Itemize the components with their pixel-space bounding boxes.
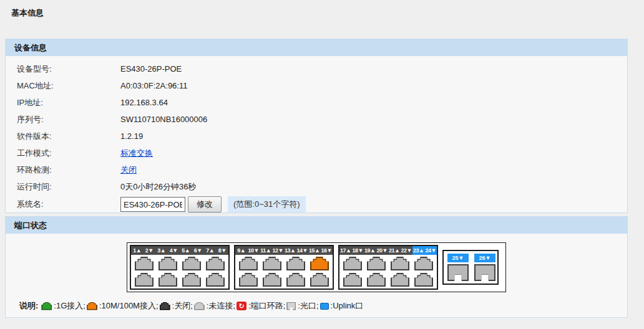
port-loop-icon: ↻ <box>237 302 246 310</box>
port-block-2: 9▲10▼11▲12▼13▲14▼15▲16▼ <box>234 245 334 290</box>
legend-text-1: :10M/100M接入; <box>99 300 159 312</box>
port-status-header: 端口状态 <box>6 217 627 234</box>
port-status-panel: 端口状态 1▲2▼3▲4▼5▲6▼7▲8▼9▲10▼11▲12▼13▲14▼15… <box>5 216 628 318</box>
port-24[interactable] <box>414 273 433 287</box>
port-19[interactable] <box>367 257 386 270</box>
port-16[interactable] <box>310 273 329 287</box>
port-25[interactable] <box>447 264 469 281</box>
100m-port-icon <box>87 302 97 310</box>
device-info-header: 设备信息 <box>6 39 627 56</box>
software-version-label: 软件版本: <box>17 131 120 142</box>
port-number-label-21: 21▲ <box>388 246 401 255</box>
modify-button[interactable]: 修改 <box>188 196 222 212</box>
port-20[interactable] <box>367 273 386 287</box>
1g-port-icon <box>41 302 52 310</box>
port-block-1: 1▲2▼3▲4▼5▲6▼7▲8▼ <box>130 245 230 290</box>
port-14[interactable] <box>286 273 305 287</box>
port-number-label-15: 15▲ <box>308 246 321 255</box>
port-17[interactable] <box>343 257 362 270</box>
legend-title: 说明: <box>19 300 38 312</box>
mac-address-label: MAC地址: <box>17 80 120 92</box>
legend-item-6: :Uplink口 <box>320 300 364 312</box>
system-name-label: 系统名: <box>17 199 120 210</box>
port-26[interactable] <box>474 264 495 281</box>
port-number-label-24: 24▼ <box>425 246 437 255</box>
legend-text-3: :未连接; <box>207 300 235 312</box>
sfp-module-26: 26▼ <box>474 254 495 281</box>
mac-address-value: A0:03:0F:2A:96:11 <box>120 81 187 90</box>
port-number-label-3: 3▲ <box>155 246 168 255</box>
sfp-box: 25▼26▼ <box>442 250 499 285</box>
legend: 说明: :1G接入;:10M/100M接入;:关闭;:未连接;↻:端口环路;:光… <box>19 300 364 312</box>
legend-item-0: :1G接入; <box>41 300 85 312</box>
port-number-label-23: 23▲ <box>412 246 425 255</box>
info-row-serial-number: 序列号:SW110710NB16000006 <box>6 111 627 128</box>
port-2[interactable] <box>135 273 154 287</box>
port-number-label-25: 25▼ <box>447 254 469 262</box>
work-mode-label: 工作模式: <box>17 148 120 159</box>
port-number-label-13: 13▲ <box>284 246 296 255</box>
info-row-software-version: 软件版本:1.2.19 <box>6 128 627 145</box>
port-13[interactable] <box>286 257 305 270</box>
port-block-2-grid <box>235 255 333 287</box>
port-block-1-grid <box>131 255 228 287</box>
work-mode-link[interactable]: 标准交换 <box>120 148 153 159</box>
port-number-label-20: 20▼ <box>376 246 389 255</box>
port-15[interactable] <box>310 257 329 270</box>
port-panel: 1▲2▼3▲4▼5▲6▼7▲8▼9▲10▼11▲12▼13▲14▼15▲16▼1… <box>127 242 506 292</box>
port-12[interactable] <box>263 273 281 287</box>
unconnected-port-icon <box>194 302 205 310</box>
ip-address-label: IP地址: <box>17 97 120 108</box>
loop-detect-label: 环路检测: <box>17 164 120 176</box>
port-block-3-header: 17▲18▼19▲20▼21▲22▼23▲24▼ <box>339 246 437 255</box>
legend-text-5: :光口; <box>298 300 318 312</box>
device-info-rows: 设备型号:ES430-26P-POEMAC地址:A0:03:0F:2A:96:1… <box>6 56 627 195</box>
port-number-label-14: 14▼ <box>296 246 309 255</box>
port-number-label-16: 16▼ <box>321 246 333 255</box>
uptime-value: 0天0小时26分钟36秒 <box>120 181 196 193</box>
port-number-label-10: 10▼ <box>248 246 260 255</box>
port-8[interactable] <box>206 273 225 287</box>
legend-item-1: :10M/100M接入; <box>87 300 159 312</box>
port-number-label-19: 19▲ <box>364 246 376 255</box>
system-name-row: 系统名: 修改 (范围:0~31个字符) <box>6 195 627 214</box>
legend-text-2: :关闭; <box>172 300 193 312</box>
closed-port-icon <box>160 302 170 310</box>
port-block-2-header: 9▲10▼11▲12▼13▲14▼15▲16▼ <box>235 246 333 255</box>
sfp-module-25: 25▼ <box>447 254 469 281</box>
serial-number-label: 序列号: <box>17 114 120 125</box>
serial-number-value: SW110710NB16000006 <box>120 115 207 124</box>
port-4[interactable] <box>159 273 177 287</box>
port-number-label-8: 8▼ <box>217 246 229 255</box>
port-10[interactable] <box>239 273 258 287</box>
device-info-panel: 设备信息 设备型号:ES430-26P-POEMAC地址:A0:03:0F:2A… <box>5 39 628 213</box>
loop-detect-link[interactable]: 关闭 <box>120 164 137 176</box>
port-7[interactable] <box>206 257 225 270</box>
legend-text-4: :端口环路; <box>248 300 285 312</box>
info-row-device-model: 设备型号:ES430-26P-POE <box>6 60 627 77</box>
port-22[interactable] <box>391 273 409 287</box>
legend-item-2: :关闭; <box>160 300 193 312</box>
port-number-label-22: 22▼ <box>401 246 413 255</box>
legend-text-0: :1G接入; <box>54 300 85 312</box>
port-number-label-7: 7▲ <box>204 246 217 255</box>
port-23[interactable] <box>414 257 433 270</box>
port-5[interactable] <box>182 257 201 270</box>
legend-items: :1G接入;:10M/100M接入;:关闭;:未连接;↻:端口环路;:光口;:U… <box>41 300 364 312</box>
port-3[interactable] <box>159 257 177 270</box>
port-11[interactable] <box>263 257 281 270</box>
legend-item-5: :光口; <box>286 300 318 312</box>
info-row-loop-detect: 环路检测:关闭 <box>6 161 627 178</box>
port-number-label-4: 4▼ <box>168 246 180 255</box>
port-1[interactable] <box>135 257 154 270</box>
system-name-input[interactable] <box>120 197 185 212</box>
port-number-label-26: 26▼ <box>474 254 495 262</box>
port-21[interactable] <box>391 257 409 270</box>
port-9[interactable] <box>239 257 258 270</box>
software-version-value: 1.2.19 <box>120 131 143 141</box>
port-block-3: 17▲18▼19▲20▼21▲22▼23▲24▼ <box>338 245 438 290</box>
port-18[interactable] <box>343 273 362 287</box>
optical-port-icon-fill <box>288 303 295 309</box>
port-6[interactable] <box>182 273 201 287</box>
device-model-label: 设备型号: <box>17 64 120 75</box>
